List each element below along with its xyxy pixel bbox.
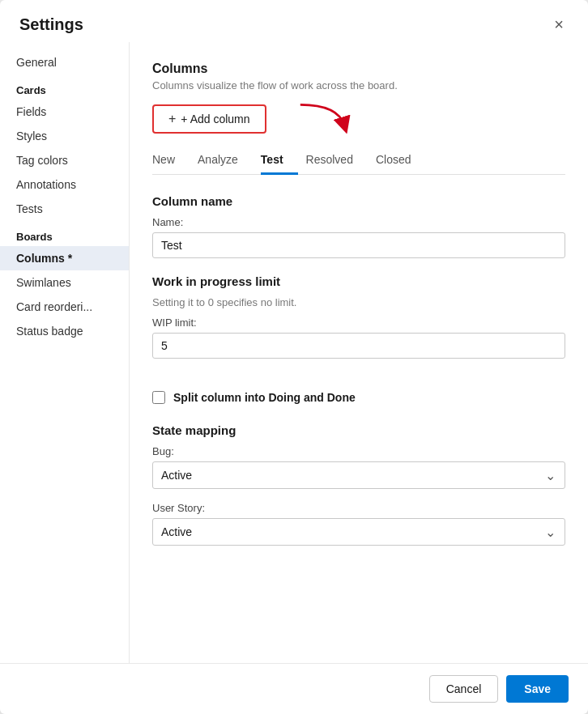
dialog-footer: Cancel Save: [0, 663, 588, 714]
sidebar-item-general[interactable]: General: [0, 50, 129, 74]
column-tabs: New Analyze Test Resolved Closed: [152, 147, 565, 175]
tab-closed[interactable]: Closed: [376, 147, 426, 175]
sidebar-item-fields[interactable]: Fields: [0, 100, 129, 124]
tab-test[interactable]: Test: [261, 147, 298, 175]
column-name-section-title: Column name: [152, 194, 565, 208]
sidebar-item-card-reordering[interactable]: Card reorderi...: [0, 295, 129, 319]
add-column-container: + + Add column: [152, 104, 266, 147]
sidebar-item-status-badge[interactable]: Status badge: [0, 319, 129, 343]
bug-select[interactable]: Active Closed Resolved: [152, 461, 565, 489]
bug-select-wrapper: Active Closed Resolved ⌄: [152, 461, 565, 489]
sidebar-item-columns[interactable]: Columns *: [0, 246, 129, 270]
bug-label: Bug:: [152, 445, 565, 457]
wip-section: Work in progress limit Setting it to 0 s…: [152, 274, 565, 375]
sidebar: General Cards Fields Styles Tag colors A…: [0, 42, 130, 663]
name-label: Name:: [152, 216, 565, 228]
add-column-button[interactable]: + + Add column: [152, 104, 266, 134]
close-button[interactable]: ×: [549, 15, 569, 34]
state-mapping-section: State mapping Bug: Active Closed Resolve…: [152, 423, 565, 546]
tab-analyze[interactable]: Analyze: [198, 147, 253, 175]
sidebar-section-cards: Cards: [0, 74, 129, 100]
dialog-body: General Cards Fields Styles Tag colors A…: [0, 42, 588, 663]
columns-section-title: Columns: [152, 62, 565, 76]
dialog-header: Settings ×: [0, 0, 588, 42]
wip-subtitle: Setting it to 0 specifies no limit.: [152, 296, 565, 308]
user-story-select[interactable]: Active Closed Resolved: [152, 518, 565, 546]
sidebar-item-annotations[interactable]: Annotations: [0, 172, 129, 197]
wip-label: WIP limit:: [152, 317, 565, 329]
column-name-input[interactable]: [152, 232, 565, 258]
settings-dialog: Settings × General Cards Fields Styles T…: [0, 0, 588, 714]
main-content: Columns Columns visualize the flow of wo…: [130, 42, 588, 663]
split-column-label[interactable]: Split column into Doing and Done: [173, 391, 356, 404]
state-mapping-title: State mapping: [152, 423, 565, 437]
user-story-select-wrapper: Active Closed Resolved ⌄: [152, 518, 565, 546]
sidebar-item-tests[interactable]: Tests: [0, 197, 129, 221]
sidebar-item-swimlanes[interactable]: Swimlanes: [0, 270, 129, 295]
dialog-title: Settings: [19, 15, 83, 34]
tab-new[interactable]: New: [152, 147, 190, 175]
wip-section-title: Work in progress limit: [152, 274, 565, 288]
split-column-checkbox[interactable]: [152, 391, 165, 404]
sidebar-item-tag-colors[interactable]: Tag colors: [0, 148, 129, 172]
wip-limit-input[interactable]: [152, 333, 565, 359]
add-column-label: + Add column: [181, 113, 249, 125]
columns-section-subtitle: Columns visualize the flow of work acros…: [152, 79, 565, 91]
plus-icon: +: [168, 112, 176, 126]
sidebar-section-boards: Boards: [0, 221, 129, 246]
red-arrow-annotation: [294, 101, 351, 134]
user-story-label: User Story:: [152, 502, 565, 514]
sidebar-item-styles[interactable]: Styles: [0, 124, 129, 148]
cancel-button[interactable]: Cancel: [429, 675, 499, 703]
split-column-row: Split column into Doing and Done: [152, 391, 565, 404]
tab-resolved[interactable]: Resolved: [306, 147, 368, 175]
save-button[interactable]: Save: [506, 675, 569, 703]
